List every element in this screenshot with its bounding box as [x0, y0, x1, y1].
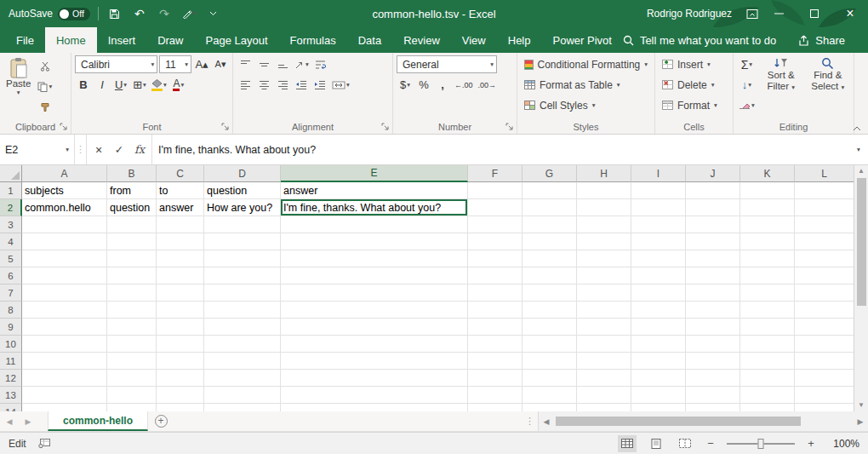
formula-input[interactable]: I'm fine, thanks. What about you? — [152, 135, 849, 164]
cell-F2[interactable] — [468, 199, 523, 216]
increase-decimal-button[interactable]: ←.00 — [453, 76, 475, 94]
column-header-B[interactable]: B — [107, 165, 157, 182]
cell-I6[interactable] — [631, 267, 686, 284]
redo-button[interactable]: ↷ — [156, 4, 173, 23]
cell-G10[interactable] — [523, 336, 577, 353]
copy-button[interactable]: ▾ — [36, 78, 54, 95]
cell-H7[interactable] — [577, 284, 631, 302]
cell-A13[interactable] — [22, 387, 107, 404]
cell-B2[interactable]: question — [107, 199, 157, 216]
cell-A7[interactable] — [22, 284, 107, 302]
sort-filter-button[interactable]: Sort & Filter ▾ — [759, 55, 803, 114]
cell-B7[interactable] — [107, 284, 157, 302]
zoom-out-button[interactable]: − — [705, 437, 717, 450]
cell-E2[interactable]: I'm fine, thanks. What about you? — [281, 199, 468, 216]
font-size-combo[interactable]: 11▾ — [159, 55, 191, 73]
column-header-F[interactable]: F — [468, 165, 523, 182]
cell-L7[interactable] — [795, 284, 854, 302]
cell-I2[interactable] — [631, 199, 686, 216]
cell-C2[interactable]: answer — [157, 199, 204, 216]
cell-E3[interactable] — [281, 216, 468, 233]
find-select-button[interactable]: Find & Select ▾ — [806, 55, 850, 114]
cell-D13[interactable] — [204, 387, 281, 404]
cell-F5[interactable] — [468, 250, 523, 267]
format-cells-button[interactable]: Format▾ — [659, 96, 729, 114]
cell-J13[interactable] — [686, 387, 740, 404]
cell-F7[interactable] — [468, 284, 523, 302]
cell-E12[interactable] — [281, 370, 468, 387]
align-middle-button[interactable] — [255, 55, 272, 73]
align-left-button[interactable] — [237, 76, 254, 94]
cell-L2[interactable] — [795, 199, 854, 216]
zoom-slider[interactable] — [727, 443, 795, 445]
user-name[interactable]: Rodrigo Rodriguez — [647, 8, 732, 20]
new-sheet-button[interactable]: + — [148, 411, 174, 431]
column-header-A[interactable]: A — [22, 165, 107, 182]
cell-C3[interactable] — [157, 216, 204, 233]
cell-E5[interactable] — [281, 250, 468, 267]
ribbon-display-options-button[interactable] — [744, 4, 761, 23]
cell-E10[interactable] — [281, 336, 468, 353]
column-header-J[interactable]: J — [686, 165, 740, 182]
cell-B12[interactable] — [107, 370, 157, 387]
bold-button[interactable]: B — [75, 76, 92, 94]
increase-indent-button[interactable] — [311, 76, 328, 94]
cell-D12[interactable] — [204, 370, 281, 387]
cell-L6[interactable] — [795, 267, 854, 284]
cell-I5[interactable] — [631, 250, 686, 267]
tab-help[interactable]: Help — [497, 27, 542, 53]
horizontal-scrollbar-track[interactable] — [554, 411, 853, 431]
percent-style-button[interactable]: % — [415, 76, 432, 94]
cell-J3[interactable] — [686, 216, 740, 233]
column-header-H[interactable]: H — [577, 165, 631, 182]
cell-J2[interactable] — [686, 199, 740, 216]
borders-button[interactable]: ⊞▾ — [131, 76, 148, 94]
column-header-G[interactable]: G — [523, 165, 577, 182]
scroll-right-icon[interactable]: ▶ — [853, 417, 868, 426]
cell-C6[interactable] — [157, 267, 204, 284]
cell-L8[interactable] — [795, 302, 854, 319]
cell-K5[interactable] — [740, 250, 795, 267]
zoom-level[interactable]: 100% — [827, 438, 859, 450]
cell-E1[interactable]: answer — [281, 182, 468, 199]
cell-B8[interactable] — [107, 302, 157, 319]
cell-F13[interactable] — [468, 387, 523, 404]
cancel-entry-button[interactable]: × — [89, 140, 109, 160]
grow-font-button[interactable]: A▴ — [193, 55, 210, 73]
align-top-button[interactable] — [237, 55, 254, 73]
cell-A4[interactable] — [22, 233, 107, 250]
cell-A14[interactable] — [22, 404, 107, 411]
cell-K13[interactable] — [740, 387, 795, 404]
cell-G9[interactable] — [523, 319, 577, 336]
column-header-C[interactable]: C — [157, 165, 204, 182]
row-header-4[interactable]: 4 — [0, 233, 22, 250]
cell-F8[interactable] — [468, 302, 523, 319]
cell-D14[interactable] — [204, 404, 281, 411]
cell-A5[interactable] — [22, 250, 107, 267]
cell-E6[interactable] — [281, 267, 468, 284]
cell-D6[interactable] — [204, 267, 281, 284]
cell-G11[interactable] — [523, 353, 577, 370]
cell-A6[interactable] — [22, 267, 107, 284]
sheet-tab-common-hello[interactable]: common-hello — [48, 411, 148, 431]
cell-B3[interactable] — [107, 216, 157, 233]
font-dialog-launcher[interactable] — [221, 123, 231, 132]
tab-home[interactable]: Home — [45, 27, 97, 53]
cell-C12[interactable] — [157, 370, 204, 387]
cell-C9[interactable] — [157, 319, 204, 336]
row-header-1[interactable]: 1 — [0, 182, 22, 199]
cell-A1[interactable]: subjects — [22, 182, 107, 199]
cell-C8[interactable] — [157, 302, 204, 319]
shrink-font-button[interactable]: A▾ — [212, 55, 229, 73]
cell-B14[interactable] — [107, 404, 157, 411]
format-as-table-button[interactable]: Format as Table▾ — [521, 76, 651, 94]
cell-J11[interactable] — [686, 353, 740, 370]
previous-sheet-button[interactable]: ◀ — [0, 411, 19, 431]
cell-L14[interactable] — [795, 404, 854, 411]
row-header-10[interactable]: 10 — [0, 336, 22, 353]
cell-D1[interactable]: question — [204, 182, 281, 199]
decrease-indent-button[interactable] — [293, 76, 310, 94]
cell-K7[interactable] — [740, 284, 795, 302]
cell-C1[interactable]: to — [157, 182, 204, 199]
cell-H4[interactable] — [577, 233, 631, 250]
